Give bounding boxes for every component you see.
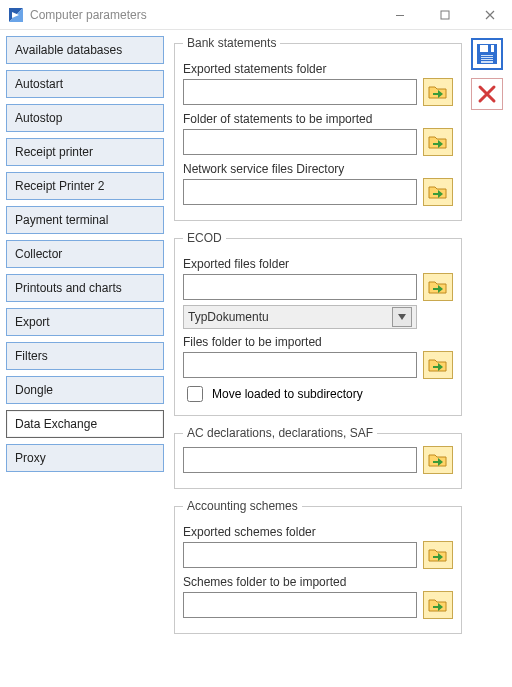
tab-label: Filters: [15, 349, 48, 363]
svg-rect-6: [433, 93, 438, 95]
tab-receipt-printer[interactable]: Receipt printer: [6, 138, 164, 166]
bank-exported-browse-button[interactable]: [423, 78, 453, 106]
svg-rect-15: [480, 45, 494, 52]
bank-import-folder-input[interactable]: [183, 129, 417, 155]
tab-label: Printouts and charts: [15, 281, 122, 295]
folder-open-icon: [427, 82, 449, 102]
svg-rect-10: [433, 366, 438, 368]
group-ac-declarations: AC declarations, declarations, SAF: [174, 426, 462, 489]
folder-open-icon: [427, 450, 449, 470]
schemes-exported-folder-input[interactable]: [183, 542, 417, 568]
floppy-disk-icon: [475, 42, 499, 66]
tab-label: Collector: [15, 247, 62, 261]
tab-autostop[interactable]: Autostop: [6, 104, 164, 132]
group-ecod: ECOD Exported files folder TypDokumentu …: [174, 231, 462, 416]
folder-open-icon: [427, 182, 449, 202]
svg-rect-16: [488, 45, 491, 52]
svg-rect-9: [433, 288, 438, 290]
group-bank-legend: Bank statements: [183, 36, 280, 50]
tab-label: Data Exchange: [15, 417, 97, 431]
tab-label: Autostart: [15, 77, 63, 91]
group-accounting-schemes: Accounting schemes Exported schemes fold…: [174, 499, 462, 634]
svg-rect-12: [433, 556, 438, 558]
cancel-button[interactable]: [471, 78, 503, 110]
tab-label: Export: [15, 315, 50, 329]
svg-rect-19: [481, 58, 493, 59]
tab-printouts-and-charts[interactable]: Printouts and charts: [6, 274, 164, 302]
schemes-import-label: Schemes folder to be imported: [183, 575, 453, 589]
schemes-exported-browse-button[interactable]: [423, 541, 453, 569]
tab-label: Dongle: [15, 383, 53, 397]
ecod-doc-type-dropdown[interactable]: TypDokumentu: [183, 305, 417, 329]
tab-label: Proxy: [15, 451, 46, 465]
tab-dongle[interactable]: Dongle: [6, 376, 164, 404]
tab-label: Payment terminal: [15, 213, 108, 227]
main-panel: Bank statements Exported statements fold…: [164, 36, 468, 681]
svg-rect-20: [481, 60, 493, 61]
tab-label: Available databases: [15, 43, 122, 57]
schemes-import-browse-button[interactable]: [423, 591, 453, 619]
tab-payment-terminal[interactable]: Payment terminal: [6, 206, 164, 234]
folder-open-icon: [427, 545, 449, 565]
ecod-import-browse-button[interactable]: [423, 351, 453, 379]
action-column: [468, 36, 512, 681]
tab-receipt-printer-2[interactable]: Receipt Printer 2: [6, 172, 164, 200]
ecod-import-folder-input[interactable]: [183, 352, 417, 378]
folder-open-icon: [427, 132, 449, 152]
ecod-exported-label: Exported files folder: [183, 257, 453, 271]
tab-available-databases[interactable]: Available databases: [6, 36, 164, 64]
ecod-import-label: Files folder to be imported: [183, 335, 453, 349]
svg-rect-13: [433, 606, 438, 608]
titlebar: Computer parameters: [0, 0, 512, 30]
svg-rect-5: [441, 11, 449, 19]
chevron-down-icon: [392, 307, 412, 327]
folder-open-icon: [427, 595, 449, 615]
ac-browse-button[interactable]: [423, 446, 453, 474]
ecod-move-loaded-checkbox[interactable]: [187, 386, 203, 402]
group-ac-legend: AC declarations, declarations, SAF: [183, 426, 377, 440]
tab-collector[interactable]: Collector: [6, 240, 164, 268]
tab-label: Receipt printer: [15, 145, 93, 159]
close-button[interactable]: [467, 0, 512, 30]
svg-rect-11: [433, 461, 438, 463]
svg-rect-18: [481, 56, 493, 57]
folder-open-icon: [427, 277, 449, 297]
group-schemes-legend: Accounting schemes: [183, 499, 302, 513]
ecod-exported-folder-input[interactable]: [183, 274, 417, 300]
svg-rect-4: [396, 15, 404, 16]
ecod-doc-type-value: TypDokumentu: [188, 310, 269, 324]
tab-label: Receipt Printer 2: [15, 179, 104, 193]
bank-import-browse-button[interactable]: [423, 128, 453, 156]
bank-import-label: Folder of statements to be imported: [183, 112, 453, 126]
ecod-move-loaded-label: Move loaded to subdirectory: [212, 387, 363, 401]
group-bank-statements: Bank statements Exported statements fold…: [174, 36, 462, 221]
tab-export[interactable]: Export: [6, 308, 164, 336]
bank-network-label: Network service files Directory: [183, 162, 453, 176]
tab-label: Autostop: [15, 111, 62, 125]
tab-filters[interactable]: Filters: [6, 342, 164, 370]
bank-network-folder-input[interactable]: [183, 179, 417, 205]
ecod-exported-browse-button[interactable]: [423, 273, 453, 301]
svg-rect-8: [433, 193, 438, 195]
bank-exported-label: Exported statements folder: [183, 62, 453, 76]
bank-network-browse-button[interactable]: [423, 178, 453, 206]
save-button[interactable]: [471, 38, 503, 70]
group-ecod-legend: ECOD: [183, 231, 226, 245]
minimize-button[interactable]: [377, 0, 422, 30]
tab-proxy[interactable]: Proxy: [6, 444, 164, 472]
app-icon: [8, 7, 24, 23]
folder-open-icon: [427, 355, 449, 375]
tab-autostart[interactable]: Autostart: [6, 70, 164, 98]
bank-exported-folder-input[interactable]: [183, 79, 417, 105]
ac-folder-input[interactable]: [183, 447, 417, 473]
window-title: Computer parameters: [30, 8, 147, 22]
svg-rect-7: [433, 143, 438, 145]
schemes-import-folder-input[interactable]: [183, 592, 417, 618]
tabs-sidebar: Available databasesAutostartAutostopRece…: [6, 36, 164, 681]
schemes-exported-label: Exported schemes folder: [183, 525, 453, 539]
tab-data-exchange[interactable]: Data Exchange: [6, 410, 164, 438]
close-icon: [477, 84, 497, 104]
maximize-button[interactable]: [422, 0, 467, 30]
